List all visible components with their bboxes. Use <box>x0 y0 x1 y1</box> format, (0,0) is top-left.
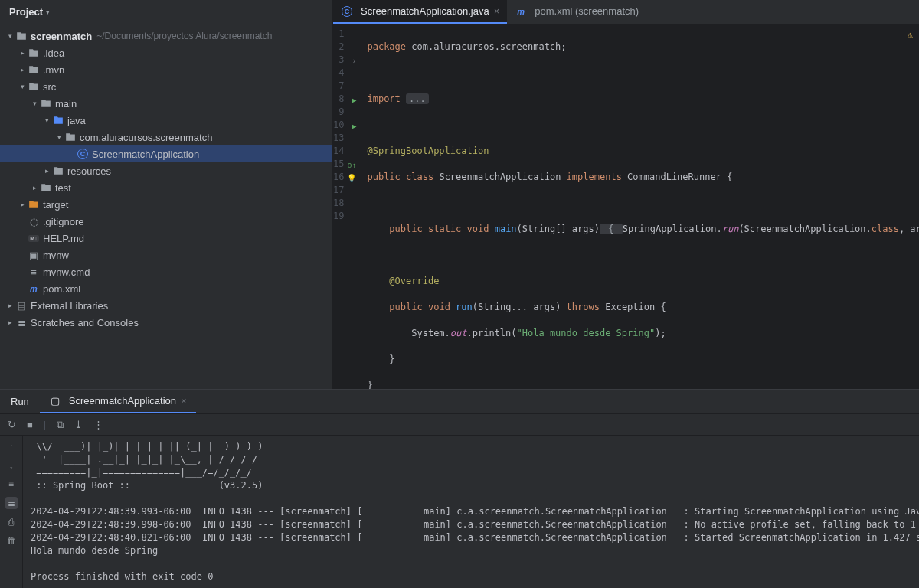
folder-icon <box>28 80 40 93</box>
tab-screenmatch-app[interactable]: C ScreenmatchApplication.java × <box>333 0 507 24</box>
tree-label: External Libraries <box>31 300 108 312</box>
terminal-icon: ▣ <box>28 249 40 261</box>
code-body[interactable]: package com.aluracursos.screenmatch; imp… <box>350 24 919 389</box>
markdown-icon: M↓ <box>28 232 40 244</box>
tree-item-extlib[interactable]: ▸⌸ External Libraries <box>0 297 332 314</box>
tree-item-scratches[interactable]: ▸≣ Scratches and Consoles <box>0 314 332 331</box>
tree-item-src[interactable]: ▾ src <box>0 78 332 95</box>
gitignore-icon: ◌ <box>28 215 40 227</box>
export-icon[interactable]: ⤓ <box>74 419 83 430</box>
project-title: Project <box>9 6 43 18</box>
tree-item-pom[interactable]: m pom.xml <box>0 280 332 297</box>
tree-label: ScreenmatchApplication <box>92 149 199 160</box>
tree-item-target[interactable]: ▸ target <box>0 196 332 213</box>
run-gutter-icon[interactable]: ▶ <box>352 93 356 106</box>
scratches-icon: ≣ <box>15 316 28 328</box>
tree-item-package[interactable]: ▾ com.aluracursos.screenmatch <box>0 129 332 145</box>
tree-label: .idea <box>43 47 64 59</box>
editor-pane: C ScreenmatchApplication.java × m pom.xm… <box>333 0 919 389</box>
folder-icon <box>40 181 52 194</box>
tree-label: mvnw <box>43 250 69 261</box>
file-icon: ≡ <box>28 266 40 278</box>
folder-icon <box>28 47 40 59</box>
up-icon[interactable]: ↑ <box>9 442 14 452</box>
code-editor[interactable]: ⚠ 1 2 3› 4 7 8▶ 9 10▶ 13 14 15o↑ 16💡 17 … <box>333 24 919 389</box>
library-icon: ⌸ <box>15 299 28 312</box>
run-toolbar: ↻ ■ | ⧉ ⤓ ⋮ <box>0 414 919 436</box>
tree-item-mvn[interactable]: ▸ .mvn <box>0 61 332 78</box>
more-icon[interactable]: ⋮ <box>93 419 103 430</box>
tree-item-resources[interactable]: ▸ resources <box>0 162 332 179</box>
editor-tabs: C ScreenmatchApplication.java × m pom.xm… <box>333 0 919 24</box>
tree-label: HELP.md <box>43 233 84 244</box>
console-output[interactable]: \\/ ___)| |_)| | | | | || (_| | ) ) ) ) … <box>23 436 919 588</box>
tree-item-idea[interactable]: ▸ .idea <box>0 44 332 61</box>
tree-label: main <box>55 98 77 109</box>
tree-item-help[interactable]: M↓ HELP.md <box>0 230 332 247</box>
folder-icon <box>52 165 64 177</box>
tab-label: pom.xml (screenmatch) <box>535 5 639 17</box>
scroll-icon[interactable]: ≣ <box>5 497 18 509</box>
tree-root[interactable]: ▾ screenmatch ~/Documents/proyectos Alur… <box>0 28 332 44</box>
tree-label: com.aluracursos.screenmatch <box>80 132 212 143</box>
run-panel: Run ▢ ScreenmatchApplication × ↻ ■ | ⧉ ⤓… <box>0 389 919 588</box>
rerun-icon[interactable]: ↻ <box>8 419 16 430</box>
close-icon[interactable]: × <box>494 5 500 17</box>
folder-icon <box>28 64 40 76</box>
warning-icon[interactable]: ⚠ <box>908 29 913 40</box>
close-icon[interactable]: × <box>181 395 187 407</box>
class-icon: C <box>341 5 353 18</box>
tree-label: target <box>43 199 68 211</box>
maven-icon: m <box>515 5 527 18</box>
source-folder-icon <box>52 114 64 126</box>
tree-item-gitignore[interactable]: ◌ .gitignore <box>0 213 332 230</box>
folder-icon <box>15 30 28 42</box>
run-tab-app[interactable]: ▢ ScreenmatchApplication × <box>40 390 196 413</box>
tree-item-main[interactable]: ▾ main <box>0 95 332 112</box>
tree-item-java[interactable]: ▾ java <box>0 112 332 129</box>
wrap-icon[interactable]: ≡ <box>8 479 14 489</box>
run-tab-label: ScreenmatchApplication <box>69 395 176 407</box>
maven-icon: m <box>28 283 40 295</box>
app-icon: ▢ <box>49 395 61 407</box>
project-header[interactable]: Project ▾ <box>0 0 332 24</box>
run-title: Run <box>0 396 40 407</box>
run-gutter-icon[interactable]: ▶ <box>352 119 356 132</box>
tree-label: screenmatch <box>31 31 92 42</box>
tree-label: .gitignore <box>43 216 83 227</box>
tree-item-mvnw[interactable]: ▣ mvnw <box>0 247 332 263</box>
bulb-icon[interactable]: 💡 <box>347 172 356 185</box>
project-sidebar: Project ▾ ▾ screenmatch ~/Documents/proy… <box>0 0 333 389</box>
folder-icon <box>40 97 52 109</box>
tree-item-test[interactable]: ▸ test <box>0 179 332 196</box>
stop-icon[interactable]: ■ <box>27 419 33 430</box>
gutter: 1 2 3› 4 7 8▶ 9 10▶ 13 14 15o↑ 16💡 17 18… <box>333 24 350 389</box>
tree-label: pom.xml <box>43 283 80 295</box>
screenshot-icon[interactable]: ⧉ <box>57 419 64 431</box>
trash-icon[interactable]: 🗑 <box>7 535 16 546</box>
tree-item-mvnwcmd[interactable]: ≡ mvnw.cmd <box>0 263 332 280</box>
tree-label: resources <box>67 165 111 177</box>
run-side-toolbar: ↑ ↓ ≡ ≣ ⎙ 🗑 <box>0 436 23 588</box>
tab-pom[interactable]: m pom.xml (screenmatch) <box>507 0 646 24</box>
down-icon[interactable]: ↓ <box>9 460 14 471</box>
tree-label: mvnw.cmd <box>43 266 90 278</box>
class-icon: C <box>77 148 89 160</box>
tree-path: ~/Documents/proyectos Alura/screenmatch <box>96 31 272 41</box>
target-folder-icon <box>28 198 40 211</box>
tree-label: java <box>67 115 86 126</box>
chevron-down-icon: ▾ <box>46 8 50 16</box>
tree-item-app[interactable]: C ScreenmatchApplication <box>0 145 332 162</box>
tree-label: src <box>43 81 56 93</box>
package-icon <box>64 131 77 143</box>
project-tree: ▾ screenmatch ~/Documents/proyectos Alur… <box>0 24 332 389</box>
tab-label: ScreenmatchApplication.java <box>361 5 489 17</box>
override-icon[interactable]: o↑ <box>347 158 356 172</box>
run-tabs: Run ▢ ScreenmatchApplication × <box>0 390 919 414</box>
tree-label: test <box>55 182 71 194</box>
tree-label: .mvn <box>43 64 64 76</box>
tree-label: Scratches and Consoles <box>31 317 139 328</box>
print-icon[interactable]: ⎙ <box>8 517 14 528</box>
